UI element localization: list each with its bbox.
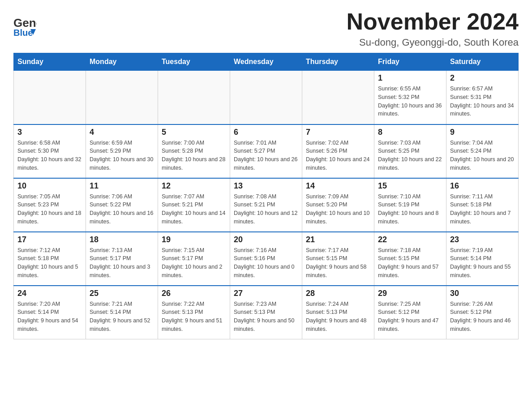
svg-text:Blue: Blue xyxy=(13,28,33,37)
col-tuesday: Tuesday xyxy=(158,53,230,71)
day-info: Sunrise: 7:00 AMSunset: 5:28 PMDaylight:… xyxy=(162,139,226,172)
day-number: 18 xyxy=(90,235,154,244)
day-info: Sunrise: 7:23 AMSunset: 5:13 PMDaylight:… xyxy=(234,300,298,334)
day-info: Sunrise: 7:17 AMSunset: 5:15 PMDaylight:… xyxy=(306,246,370,280)
day-info: Sunrise: 7:26 AMSunset: 5:12 PMDaylight:… xyxy=(450,300,515,334)
calendar-day: 7Sunrise: 7:02 AMSunset: 5:26 PMDaylight… xyxy=(302,124,374,178)
day-info: Sunrise: 6:59 AMSunset: 5:29 PMDaylight:… xyxy=(90,139,154,172)
day-number: 2 xyxy=(450,73,515,83)
day-info: Sunrise: 7:02 AMSunset: 5:26 PMDaylight:… xyxy=(306,139,370,172)
day-number: 9 xyxy=(450,128,515,137)
day-number: 14 xyxy=(306,181,370,191)
logo: General Blue xyxy=(13,13,37,37)
day-info: Sunrise: 7:19 AMSunset: 5:14 PMDaylight:… xyxy=(450,246,515,280)
calendar-day: 29Sunrise: 7:25 AMSunset: 5:12 PMDayligh… xyxy=(374,286,446,339)
day-info: Sunrise: 7:03 AMSunset: 5:25 PMDaylight:… xyxy=(378,139,442,172)
day-info: Sunrise: 7:24 AMSunset: 5:13 PMDaylight:… xyxy=(306,300,370,334)
day-info: Sunrise: 7:01 AMSunset: 5:27 PMDaylight:… xyxy=(234,139,298,172)
calendar-day: 25Sunrise: 7:21 AMSunset: 5:14 PMDayligh… xyxy=(86,286,158,339)
calendar-week-5: 24Sunrise: 7:20 AMSunset: 5:14 PMDayligh… xyxy=(14,286,519,339)
day-info: Sunrise: 7:13 AMSunset: 5:17 PMDaylight:… xyxy=(90,246,154,280)
calendar-day: 28Sunrise: 7:24 AMSunset: 5:13 PMDayligh… xyxy=(302,286,374,339)
calendar-day: 12Sunrise: 7:07 AMSunset: 5:21 PMDayligh… xyxy=(158,178,230,232)
day-number: 4 xyxy=(90,128,154,137)
day-info: Sunrise: 7:16 AMSunset: 5:16 PMDaylight:… xyxy=(234,246,298,280)
day-info: Sunrise: 7:09 AMSunset: 5:20 PMDaylight:… xyxy=(306,193,370,226)
calendar-day: 21Sunrise: 7:17 AMSunset: 5:15 PMDayligh… xyxy=(302,232,374,286)
title-section: November 2024 Su-dong, Gyeonggi-do, Sout… xyxy=(347,9,519,48)
day-number: 6 xyxy=(234,128,298,137)
day-number: 29 xyxy=(378,289,442,298)
calendar-day: 18Sunrise: 7:13 AMSunset: 5:17 PMDayligh… xyxy=(86,232,158,286)
day-number: 20 xyxy=(234,235,298,244)
calendar-day: 19Sunrise: 7:15 AMSunset: 5:17 PMDayligh… xyxy=(158,232,230,286)
subtitle: Su-dong, Gyeonggi-do, South Korea xyxy=(347,37,519,48)
calendar-day: 15Sunrise: 7:10 AMSunset: 5:19 PMDayligh… xyxy=(374,178,446,232)
calendar-day: 6Sunrise: 7:01 AMSunset: 5:27 PMDaylight… xyxy=(230,124,302,178)
day-info: Sunrise: 7:08 AMSunset: 5:21 PMDaylight:… xyxy=(234,193,298,226)
day-info: Sunrise: 7:15 AMSunset: 5:17 PMDaylight:… xyxy=(162,246,226,280)
col-wednesday: Wednesday xyxy=(230,53,302,71)
day-number: 12 xyxy=(162,181,226,191)
calendar-day xyxy=(158,71,230,124)
day-number: 5 xyxy=(162,128,226,137)
main-title: November 2024 xyxy=(347,9,519,34)
day-info: Sunrise: 7:12 AMSunset: 5:18 PMDaylight:… xyxy=(17,246,82,280)
day-number: 27 xyxy=(234,289,298,298)
calendar-day: 24Sunrise: 7:20 AMSunset: 5:14 PMDayligh… xyxy=(14,286,86,339)
day-info: Sunrise: 7:25 AMSunset: 5:12 PMDaylight:… xyxy=(378,300,442,334)
day-number: 30 xyxy=(450,289,515,298)
calendar-week-3: 10Sunrise: 7:05 AMSunset: 5:23 PMDayligh… xyxy=(14,178,519,232)
calendar-day: 26Sunrise: 7:22 AMSunset: 5:13 PMDayligh… xyxy=(158,286,230,339)
calendar-week-1: 1Sunrise: 6:55 AMSunset: 5:32 PMDaylight… xyxy=(14,71,519,124)
calendar-day: 1Sunrise: 6:55 AMSunset: 5:32 PMDaylight… xyxy=(374,71,446,124)
day-number: 11 xyxy=(90,181,154,191)
calendar-day xyxy=(230,71,302,124)
calendar-day: 16Sunrise: 7:11 AMSunset: 5:18 PMDayligh… xyxy=(446,178,519,232)
day-number: 26 xyxy=(162,289,226,298)
day-info: Sunrise: 6:58 AMSunset: 5:30 PMDaylight:… xyxy=(17,139,82,172)
day-number: 7 xyxy=(306,128,370,137)
day-number: 24 xyxy=(17,289,82,298)
day-info: Sunrise: 7:22 AMSunset: 5:13 PMDaylight:… xyxy=(162,300,226,334)
calendar-day xyxy=(14,71,86,124)
col-thursday: Thursday xyxy=(302,53,374,71)
calendar-day: 4Sunrise: 6:59 AMSunset: 5:29 PMDaylight… xyxy=(86,124,158,178)
calendar-day xyxy=(302,71,374,124)
calendar-week-2: 3Sunrise: 6:58 AMSunset: 5:30 PMDaylight… xyxy=(14,124,519,178)
day-number: 21 xyxy=(306,235,370,244)
calendar-day: 9Sunrise: 7:04 AMSunset: 5:24 PMDaylight… xyxy=(446,124,519,178)
calendar-day: 5Sunrise: 7:00 AMSunset: 5:28 PMDaylight… xyxy=(158,124,230,178)
day-info: Sunrise: 7:21 AMSunset: 5:14 PMDaylight:… xyxy=(90,300,154,334)
calendar-header-row: Sunday Monday Tuesday Wednesday Thursday… xyxy=(14,53,519,71)
day-number: 10 xyxy=(17,181,82,191)
calendar-day xyxy=(86,71,158,124)
calendar-day: 11Sunrise: 7:06 AMSunset: 5:22 PMDayligh… xyxy=(86,178,158,232)
col-friday: Friday xyxy=(374,53,446,71)
day-number: 8 xyxy=(378,128,442,137)
page-header: General Blue November 2024 Su-dong, Gyeo… xyxy=(13,9,519,48)
calendar-day: 3Sunrise: 6:58 AMSunset: 5:30 PMDaylight… xyxy=(14,124,86,178)
calendar-day: 30Sunrise: 7:26 AMSunset: 5:12 PMDayligh… xyxy=(446,286,519,339)
day-info: Sunrise: 7:05 AMSunset: 5:23 PMDaylight:… xyxy=(17,193,82,226)
calendar-day: 2Sunrise: 6:57 AMSunset: 5:31 PMDaylight… xyxy=(446,71,519,124)
calendar-week-4: 17Sunrise: 7:12 AMSunset: 5:18 PMDayligh… xyxy=(14,232,519,286)
day-info: Sunrise: 7:20 AMSunset: 5:14 PMDaylight:… xyxy=(17,300,82,334)
day-info: Sunrise: 7:07 AMSunset: 5:21 PMDaylight:… xyxy=(162,193,226,226)
col-saturday: Saturday xyxy=(446,53,519,71)
calendar-day: 17Sunrise: 7:12 AMSunset: 5:18 PMDayligh… xyxy=(14,232,86,286)
day-info: Sunrise: 6:57 AMSunset: 5:31 PMDaylight:… xyxy=(450,85,515,118)
calendar-day: 22Sunrise: 7:18 AMSunset: 5:15 PMDayligh… xyxy=(374,232,446,286)
calendar-day: 8Sunrise: 7:03 AMSunset: 5:25 PMDaylight… xyxy=(374,124,446,178)
col-monday: Monday xyxy=(86,53,158,71)
calendar-day: 27Sunrise: 7:23 AMSunset: 5:13 PMDayligh… xyxy=(230,286,302,339)
day-number: 22 xyxy=(378,235,442,244)
day-number: 25 xyxy=(90,289,154,298)
day-number: 13 xyxy=(234,181,298,191)
calendar-table: Sunday Monday Tuesday Wednesday Thursday… xyxy=(13,53,519,339)
col-sunday: Sunday xyxy=(14,53,86,71)
day-info: Sunrise: 7:18 AMSunset: 5:15 PMDaylight:… xyxy=(378,246,442,280)
day-number: 1 xyxy=(378,73,442,83)
day-info: Sunrise: 7:10 AMSunset: 5:19 PMDaylight:… xyxy=(378,193,442,226)
calendar-day: 23Sunrise: 7:19 AMSunset: 5:14 PMDayligh… xyxy=(446,232,519,286)
